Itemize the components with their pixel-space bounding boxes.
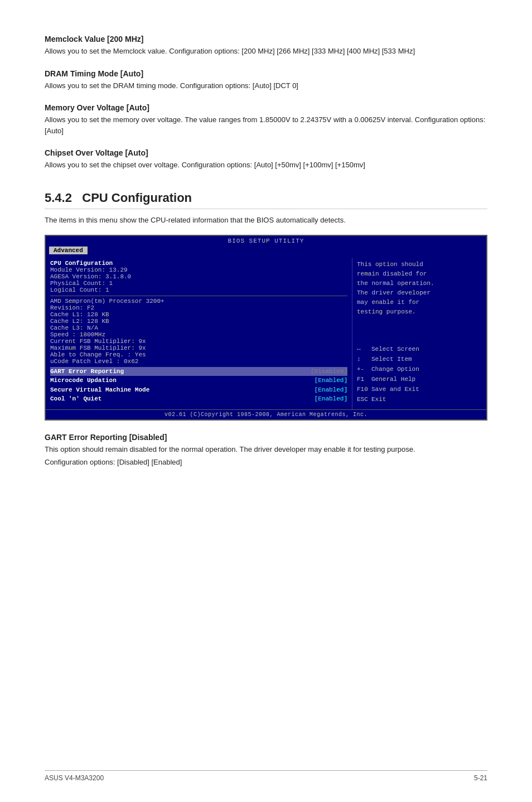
bios-module-version: Module Version: 13.29 [50, 267, 347, 273]
bios-cpu-info-section: AMD Sempron(tm) Processor 3200+ Revision… [50, 298, 347, 365]
bios-gart-label: GART Error Reporting [50, 367, 124, 376]
bios-gart-row[interactable]: GART Error Reporting [Disabled] [50, 367, 347, 376]
chapter-intro: The items in this menu show the CPU-rela… [45, 215, 487, 226]
bios-key-exit: ESC Exit [357, 395, 482, 404]
bios-help-icon: F1 [357, 375, 371, 384]
bios-cache-l2: Cache L2: 128 KB [50, 318, 347, 325]
pre-chapter-sections: Memclock Value [200 MHz] Allows you to s… [45, 35, 487, 171]
bios-cnq-row[interactable]: Cool 'n' Quiet [Enabled] [50, 394, 347, 404]
memvolt-text: Allows you to set the memory over voltag… [45, 114, 487, 136]
bios-divider-1 [50, 296, 347, 296]
bios-title: BIOS SETUP UTILITY [228, 238, 304, 244]
bios-tab-bar: Advanced [46, 245, 486, 254]
bios-cpu-heading-section: CPU Configuration Module Version: 13.29 … [50, 260, 347, 293]
bios-key-guide: ↔ Select Screen ↕ Select Item +- Change … [357, 345, 482, 404]
bios-settings-section: GART Error Reporting [Disabled] Microcod… [50, 367, 347, 404]
bios-cpu-config-label: CPU Configuration [50, 260, 347, 267]
bios-cache-l1: Cache L1: 128 KB [50, 311, 347, 318]
bios-option-label: Change Option [371, 365, 419, 374]
bios-key-item: ↕ Select Item [357, 355, 482, 364]
bios-title-bar: BIOS SETUP UTILITY [46, 236, 486, 245]
bios-body: CPU Configuration Module Version: 13.29 … [46, 254, 486, 409]
bios-key-help: F1 General Help [357, 375, 482, 384]
gart-section: GART Error Reporting [Disabled] This opt… [45, 433, 487, 468]
chapter-number: 5.4.2 [45, 191, 72, 205]
page-footer: ASUS V4-M3A3200 5-21 [45, 770, 487, 782]
bios-save-label: Save and Exit [371, 385, 419, 394]
memclock-heading: Memclock Value [200 MHz] [45, 35, 487, 44]
bios-description: This option should remain disabled for t… [357, 260, 482, 317]
bios-physical-count: Physical Count: 1 [50, 280, 347, 287]
dram-text: Allows you to set the DRAM timing mode. … [45, 80, 487, 91]
bios-cnq-label: Cool 'n' Quiet [50, 394, 101, 404]
bios-logical-count: Logical Count: 1 [50, 287, 347, 293]
bios-item-label: Select Item [371, 355, 412, 364]
bios-screen-icon: ↔ [357, 345, 371, 354]
chapter-title: 5.4.2 CPU Configuration [45, 191, 487, 209]
bios-key-save: F10 Save and Exit [357, 385, 482, 394]
bios-exit-label: Exit [371, 395, 386, 404]
bios-revision: Revision: F2 [50, 305, 347, 311]
bios-cnq-value: [Enabled] [315, 394, 347, 404]
bios-item-icon: ↕ [357, 355, 371, 364]
bios-exit-icon: ESC [357, 395, 371, 404]
bios-left-panel: CPU Configuration Module Version: 13.29 … [46, 258, 352, 409]
bios-desc-line3: the normal operation. [357, 279, 482, 288]
bios-current-fsb: Current FSB Multiplier: 9x [50, 338, 347, 345]
bios-desc-line6: testing purpose. [357, 307, 482, 317]
chapter-name: CPU Configuration [82, 191, 192, 205]
memclock-text: Allows you to set the Memclock value. Co… [45, 46, 487, 57]
bios-max-fsb: Maximum FSB Multiplier: 9x [50, 345, 347, 351]
bios-microcode-label: Microcode Updation [50, 376, 117, 385]
bios-desc-line5: may enable it for [357, 298, 482, 307]
chipset-section: Chipset Over Voltage [Auto] Allows you t… [45, 148, 487, 171]
bios-screen-label: Select Screen [371, 345, 419, 354]
bios-microcode-row[interactable]: Microcode Updation [Enabled] [50, 376, 347, 385]
bios-desc-line1: This option should [357, 260, 482, 269]
bios-desc-line4: The driver developer [357, 288, 482, 298]
bios-option-icon: +- [357, 365, 371, 374]
bios-footer: v02.61 (C)Copyright 1985-2008, American … [46, 409, 486, 419]
bios-ucode: uCode Patch Level : 0x62 [50, 358, 347, 365]
bios-speed: Speed : 1800MHz [50, 331, 347, 338]
bios-advanced-tab[interactable]: Advanced [49, 247, 88, 254]
bios-able-change: Able to Change Freq. : Yes [50, 351, 347, 358]
bios-desc-line2: remain disabled for [357, 269, 482, 279]
memclock-section: Memclock Value [200 MHz] Allows you to s… [45, 35, 487, 57]
chipset-text: Allows you to set the chipset over volta… [45, 160, 487, 171]
footer-right: 5-21 [474, 774, 487, 782]
memvolt-section: Memory Over Voltage [Auto] Allows you to… [45, 103, 487, 136]
dram-section: DRAM Timing Mode [Auto] Allows you to se… [45, 69, 487, 91]
gart-heading: GART Error Reporting [Disabled] [45, 433, 487, 442]
bios-setup-box: BIOS SETUP UTILITY Advanced CPU Configur… [45, 235, 487, 421]
bios-save-icon: F10 [357, 385, 371, 394]
gart-text2: Configuration options: [Disabled] [Enabl… [45, 457, 487, 468]
bios-microcode-value: [Enabled] [315, 376, 347, 385]
bios-svm-value: [Enabled] [315, 385, 347, 395]
bios-svm-row[interactable]: Secure Virtual Machine Mode [Enabled] [50, 385, 347, 395]
bios-help-label: General Help [371, 375, 415, 384]
bios-key-option: +- Change Option [357, 365, 482, 374]
bios-cpu-model: AMD Sempron(tm) Processor 3200+ [50, 298, 347, 305]
gart-text1: This option should remain disabled for t… [45, 444, 487, 455]
bios-right-panel: This option should remain disabled for t… [352, 258, 486, 409]
bios-svm-label: Secure Virtual Machine Mode [50, 385, 149, 395]
dram-heading: DRAM Timing Mode [Auto] [45, 69, 487, 78]
bios-cache-l3: Cache L3: N/A [50, 325, 347, 331]
chipset-heading: Chipset Over Voltage [Auto] [45, 148, 487, 157]
bios-agesa-version: AGESA Version: 3.1.8.0 [50, 273, 347, 280]
bios-gart-value: [Disabled] [311, 367, 347, 376]
footer-left: ASUS V4-M3A3200 [45, 774, 104, 782]
memvolt-heading: Memory Over Voltage [Auto] [45, 103, 487, 112]
bios-key-screen: ↔ Select Screen [357, 345, 482, 354]
